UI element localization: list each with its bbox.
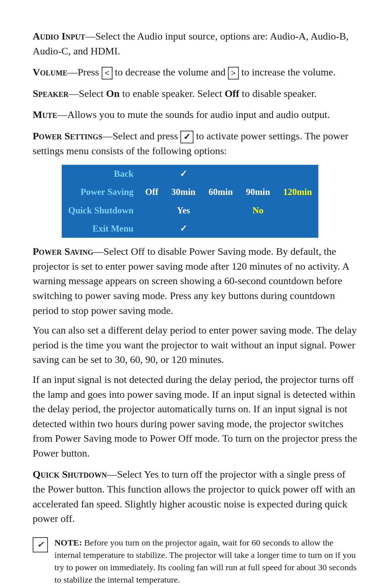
ps-off: Off <box>139 183 165 201</box>
ps-90min: 90min <box>239 183 277 201</box>
ps-30min: 30min <box>165 183 202 201</box>
volume-para: Volume—Press < to decrease the volume an… <box>33 65 359 80</box>
back-empty2 <box>202 165 240 183</box>
page: Audio Input—Select the Audio input sourc… <box>0 0 392 588</box>
exit-empty2 <box>202 220 240 238</box>
mute-para: Mute—Allows you to mute the sounds for a… <box>33 107 359 122</box>
enter-btn: ✓ <box>180 131 193 143</box>
speaker-para: Speaker—Select On to enable speaker. Sel… <box>33 86 359 101</box>
qs-yes: Yes <box>165 201 202 220</box>
exit-check: ✓ <box>165 220 202 238</box>
back-label: Back <box>62 165 139 183</box>
qs-empty3 <box>277 201 318 220</box>
quick-shutdown-desc-para: Quick Shutdown—Select Yes to turn off th… <box>33 467 359 526</box>
ps-60min: 60min <box>202 183 240 201</box>
ps-120min: 120min <box>277 183 318 201</box>
back-check: ✓ <box>165 165 202 183</box>
audio-input-para: Audio Input—Select the Audio input sourc… <box>33 29 359 58</box>
power-settings-para: Power Settings—Select and press ✓ to act… <box>33 129 359 158</box>
menu-row-back: Back ✓ <box>62 165 318 183</box>
exit-empty1 <box>139 220 165 238</box>
power-saving-desc-p1: Power Saving—Select Off to disable Power… <box>33 244 359 318</box>
volume-section: Volume—Press < to decrease the volume an… <box>33 65 359 80</box>
volume-title: Volume <box>33 66 68 78</box>
quick-shutdown-desc-title: Quick Shutdown <box>33 469 107 480</box>
power-saving-desc-p2: You can also set a different delay perio… <box>33 323 359 367</box>
back-empty4 <box>277 165 318 183</box>
mute-title: Mute <box>33 109 57 120</box>
menu-row-power-saving: Power Saving Off 30min 60min 90min 120mi… <box>62 183 318 201</box>
power-menu-table: Back ✓ Power Saving Off 30min 60min 90mi… <box>62 165 318 238</box>
audio-input-title: Audio Input <box>33 30 85 42</box>
power-settings-title: Power Settings <box>33 130 102 142</box>
exit-empty4 <box>277 220 318 238</box>
power-saving-desc-p3: If an input signal is not detected durin… <box>33 372 359 461</box>
note-text: NOTE: Before you turn on the projector a… <box>54 536 359 586</box>
back-empty1 <box>139 165 165 183</box>
exit-empty3 <box>239 220 277 238</box>
note-body: Before you turn on the projector again, … <box>54 538 356 584</box>
power-saving-desc-title: Power Saving <box>33 246 93 257</box>
speaker-section: Speaker—Select On to enable speaker. Sel… <box>33 86 359 101</box>
back-empty3 <box>239 165 277 183</box>
power-settings-section: Power Settings—Select and press ✓ to act… <box>33 129 359 238</box>
power-saving-desc: Power Saving—Select Off to disable Power… <box>33 244 359 461</box>
power-saving-label: Power Saving <box>62 183 139 201</box>
audio-input-section: Audio Input—Select the Audio input sourc… <box>33 29 359 58</box>
menu-row-exit: Exit Menu ✓ <box>62 220 318 238</box>
increase-btn: > <box>228 67 239 79</box>
qs-empty1 <box>139 201 165 220</box>
note-label: NOTE: <box>54 538 82 547</box>
mute-section: Mute—Allows you to mute the sounds for a… <box>33 107 359 122</box>
exit-label: Exit Menu <box>62 220 139 238</box>
speaker-title: Speaker <box>33 88 69 99</box>
menu-row-quick-shutdown: Quick Shutdown Yes No <box>62 201 318 220</box>
note-block: ✓ NOTE: Before you turn on the projector… <box>33 536 359 586</box>
qs-empty2 <box>202 201 240 220</box>
qs-no: No <box>239 201 277 220</box>
menu-table-wrapper: Back ✓ Power Saving Off 30min 60min 90mi… <box>62 165 359 238</box>
decrease-btn: < <box>102 67 113 79</box>
quick-shutdown-label: Quick Shutdown <box>62 201 139 220</box>
quick-shutdown-desc: Quick Shutdown—Select Yes to turn off th… <box>33 467 359 526</box>
note-icon: ✓ <box>33 537 48 552</box>
